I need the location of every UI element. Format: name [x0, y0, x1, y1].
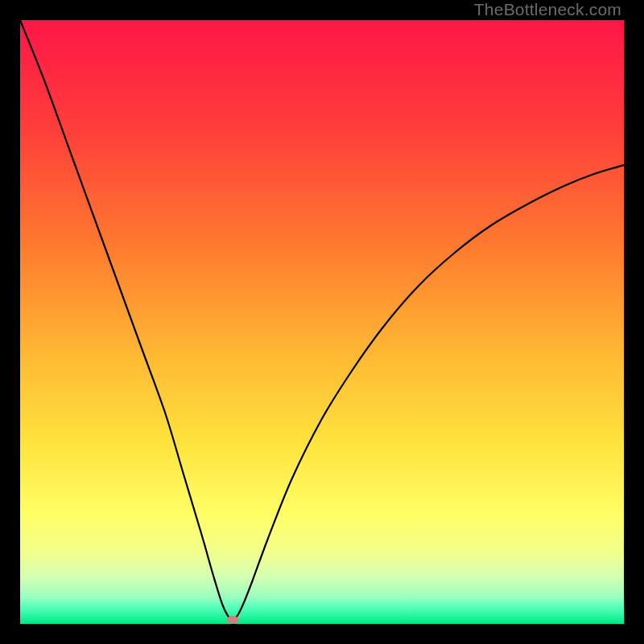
- chart-background-gradient: [20, 20, 624, 624]
- watermark-text: TheBottleneck.com: [474, 0, 621, 19]
- svg-rect-0: [20, 20, 624, 624]
- minimum-marker: [227, 616, 239, 624]
- chart-frame: [20, 20, 624, 624]
